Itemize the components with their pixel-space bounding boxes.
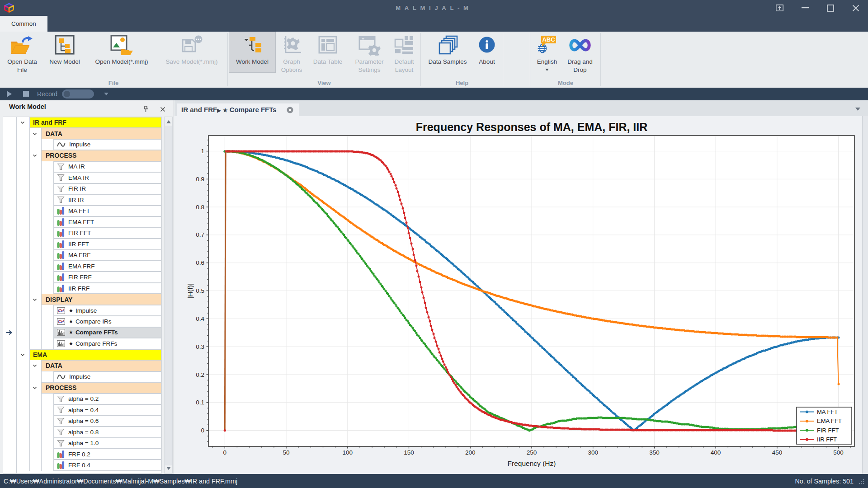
svg-text:500: 500 [833, 449, 844, 456]
svg-text:0.2: 0.2 [196, 371, 204, 378]
svg-text:0.3: 0.3 [196, 343, 204, 350]
svg-text:200: 200 [465, 449, 476, 456]
svg-text:100: 100 [343, 449, 353, 456]
svg-text:0.4: 0.4 [196, 315, 204, 322]
svg-text:0.1: 0.1 [196, 399, 204, 406]
svg-text:300: 300 [588, 449, 598, 456]
svg-text:0.9: 0.9 [196, 176, 204, 183]
svg-text:400: 400 [711, 449, 721, 456]
svg-text:0.6: 0.6 [196, 259, 204, 266]
svg-text:0: 0 [201, 427, 204, 434]
svg-text:50: 50 [283, 449, 289, 456]
svg-text:0.5: 0.5 [196, 287, 204, 294]
svg-text:ABC: ABC [542, 36, 555, 43]
svg-text:MA FFT: MA FFT [817, 408, 838, 415]
svg-text:FIR FFT: FIR FFT [817, 427, 839, 434]
svg-text:350: 350 [649, 449, 660, 456]
svg-text:|H(f)|: |H(f)| [186, 283, 194, 299]
svg-text:0.7: 0.7 [196, 231, 204, 238]
svg-text:1: 1 [201, 148, 204, 155]
svg-text:IIR FFT: IIR FFT [817, 436, 837, 443]
svg-text:450: 450 [772, 449, 783, 456]
svg-text:0.8: 0.8 [196, 204, 204, 211]
svg-text:150: 150 [404, 449, 414, 456]
svg-text:Frequency (Hz): Frequency (Hz) [508, 460, 556, 467]
svg-text:Frequency Responses of MA, EMA: Frequency Responses of MA, EMA, FIR, IIR [416, 121, 648, 133]
svg-text:250: 250 [527, 449, 537, 456]
svg-text:0: 0 [223, 449, 227, 456]
svg-text:EMA FFT: EMA FFT [817, 418, 842, 424]
